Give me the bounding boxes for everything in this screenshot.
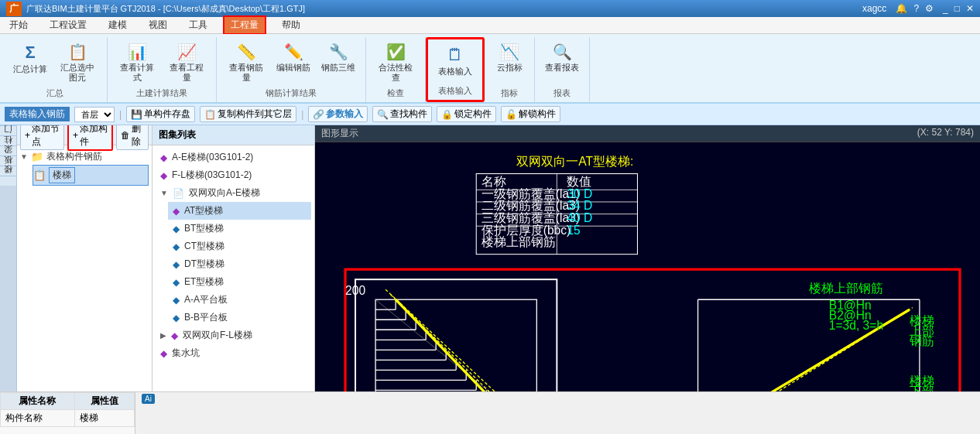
ribbon-btn-table-input[interactable]: 🗒 表格输入 [434, 43, 476, 79]
ribbon-btn-view-calc[interactable]: 📊 查看计算式 [114, 40, 160, 85]
svg-text:15: 15 [567, 224, 581, 237]
svg-text:钢筋: 钢筋 [909, 334, 934, 347]
menu-item-project-settings[interactable]: 工程设置 [43, 17, 93, 33]
find-component-btn[interactable]: 🔍 查找构件 [372, 106, 432, 122]
comp-label-dual-fl: 双网双向F-L楼梯 [183, 329, 252, 342]
sidebar-tab-lou[interactable]: 楼 [0, 176, 16, 186]
props-table-container: 属性名称 属性值 构件名称 楼梯 [0, 392, 135, 434]
ai-label: Ai [142, 394, 155, 404]
copy-component-btn[interactable]: 📋 复制构件到其它层 [200, 106, 296, 122]
svg-rect-0 [315, 143, 980, 391]
comp-expand-dual-ae[interactable]: ▼ [160, 189, 168, 197]
comp-item-dual-ae-stair[interactable]: ▼ 📄 双网双向A-E楼梯 [156, 184, 311, 202]
sidebar-tab-men[interactable]: 门 [0, 135, 16, 145]
comp-item-at-stair[interactable]: ◆ AT型楼梯 [168, 202, 311, 220]
edit-rebar-label: 编辑钢筋 [276, 63, 310, 73]
menu-item-quantity[interactable]: 工程量 [223, 15, 266, 35]
cloud-index-label: 云指标 [497, 63, 523, 73]
menu-item-view[interactable]: 视图 [142, 17, 173, 33]
ribbon-group-report-content: 🔍 查看报表 [541, 37, 583, 86]
ribbon-btn-summary-selected[interactable]: 📋 汇总选中图元 [54, 40, 101, 85]
comp-item-bt-stair[interactable]: ◆ BT型楼梯 [168, 220, 311, 238]
minimize-button[interactable]: _ [943, 3, 948, 14]
comp-item-bb-platform[interactable]: ◆ B-B平台板 [168, 309, 311, 326]
tree-node-staircase-icon: 📋 [33, 169, 46, 181]
tree-node-staircase[interactable]: 📋 楼梯 [33, 165, 149, 186]
drawing-canvas[interactable]: 双网双向一AT型楼梯: 名称 数值 一级钢筋覆盖(la1) 30 D 二 [315, 142, 980, 391]
comp-item-dual-fl-stair[interactable]: ▶ ◆ 双网双向F-L楼梯 [156, 326, 311, 344]
ribbon-group-check: ✅ 合法性检查 检查 [366, 37, 426, 102]
ribbon-group-summary-content: Σ 汇总计算 📋 汇总选中图元 [9, 37, 101, 86]
property-panel: 属性名称 属性值 构件名称 楼梯 Ai [0, 391, 980, 434]
ribbon-btn-rebar-3d[interactable]: 🔧 钢筋三维 [317, 40, 359, 75]
ribbon-group-label-check: 检查 [387, 86, 404, 101]
cloud-index-icon: 📉 [500, 43, 519, 61]
menu-item-tools[interactable]: 工具 [183, 17, 214, 33]
svg-text:二级钢筋覆盖(la3): 二级钢筋覆盖(la3) [481, 199, 580, 212]
comp-icon-et: ◆ [173, 277, 180, 288]
comp-label-fl: F-L楼梯(03G101-2) [172, 169, 252, 182]
svg-text:200: 200 [345, 284, 365, 297]
view-quantity-icon: 📈 [177, 43, 197, 61]
menu-item-help[interactable]: 帮助 [276, 17, 307, 33]
add-component-icon: + [73, 130, 78, 141]
comp-icon-dual-ae: 📄 [173, 188, 184, 199]
comp-icon-dt: ◆ [173, 259, 180, 270]
ribbon-btn-legal-check[interactable]: ✅ 合法性检查 [372, 40, 419, 85]
notify-icon[interactable]: 🔔 [896, 3, 907, 14]
sidebar-tab-mo[interactable]: 模 [0, 125, 16, 135]
comp-item-ae-stair[interactable]: ◆ A-E楼梯(03G101-2) [156, 149, 311, 166]
comp-item-ct-stair[interactable]: ◆ CT型楼梯 [168, 238, 311, 255]
ribbon-btn-edit-rebar[interactable]: ✏️ 编辑钢筋 [272, 40, 314, 75]
table-input-mode-label: 表格输入钢筋 [5, 107, 70, 121]
tree-area: ▼ 📁 表格构件钢筋 📋 楼梯 [17, 145, 152, 391]
comp-item-fl-stair[interactable]: ◆ F-L楼梯(03G101-2) [156, 166, 311, 184]
title-bar-controls: xagcc 🔔 ? ⚙ _ □ ✕ [862, 3, 974, 14]
menu-item-start[interactable]: 开始 [3, 17, 34, 33]
ribbon-btn-view-quantity[interactable]: 📈 查看工程量 [163, 40, 210, 85]
help-icon[interactable]: ? [913, 3, 919, 14]
comp-icon-ct: ◆ [173, 241, 180, 252]
maximize-button[interactable]: □ [954, 3, 960, 14]
prop-col-name: 属性名称 [1, 393, 75, 410]
settings-icon[interactable]: ⚙ [925, 3, 934, 14]
ribbon-btn-summary-calc[interactable]: Σ 汇总计算 [9, 40, 51, 77]
layer-select[interactable]: 首层 [74, 107, 115, 122]
unlock-icon: 🔓 [505, 109, 517, 120]
ribbon-btn-view-rebar[interactable]: 📏 查看钢筋量 [223, 40, 269, 85]
comp-label-at: AT型楼梯 [184, 204, 223, 217]
component-list-panel: 图集列表 ◆ A-E楼梯(03G101-2) ◆ F-L楼梯(03G101-2)… [152, 125, 315, 391]
comp-item-dt-stair[interactable]: ◆ DT型楼梯 [168, 255, 311, 273]
comp-icon-sump: ◆ [160, 348, 167, 359]
tree-folder-icon: 📁 [31, 151, 43, 162]
comp-item-aa-platform[interactable]: ◆ A-A平台板 [168, 291, 311, 309]
view-report-label: 查看报表 [545, 63, 579, 73]
comp-label-dual-ae: 双网双向A-E楼梯 [189, 186, 260, 200]
sidebar-tab-zhu[interactable]: 柱 [0, 145, 16, 155]
comp-item-sump[interactable]: ◆ 集水坑 [156, 344, 311, 362]
comp-expand-dual-fl[interactable]: ▶ [160, 331, 166, 340]
ribbon-group-label-civil: 土建计算结果 [136, 86, 187, 101]
unlock-component-btn[interactable]: 🔓 解锁构件 [501, 106, 560, 122]
sidebar-tab-liang[interactable]: 梁 [0, 155, 16, 166]
param-input-btn[interactable]: 🔗 参数输入 [308, 106, 368, 122]
ribbon-group-rebar: 📏 查看钢筋量 ✏️ 编辑钢筋 🔧 钢筋三维 钢筋计算结果 [217, 37, 366, 102]
ribbon-group-table-input: 🗒 表格输入 表格输入 [426, 37, 485, 102]
prop-col-value: 属性值 [74, 393, 134, 410]
ribbon-btn-view-report[interactable]: 🔍 查看报表 [541, 40, 583, 75]
sidebar-tab-ban[interactable]: 板 [0, 166, 16, 176]
comp-item-et-stair[interactable]: ◆ ET型楼梯 [168, 273, 311, 291]
prop-name-0: 构件名称 [1, 410, 75, 427]
comp-label-ae: A-E楼梯(03G101-2) [172, 151, 253, 164]
svg-text:下部: 下部 [910, 384, 934, 391]
ribbon-btn-cloud-index[interactable]: 📉 云指标 [491, 40, 528, 75]
content-area: 模 门 柱 梁 板 楼 + 添加节点 + 添加构件 🗑 删除 [0, 125, 980, 391]
save-component-btn[interactable]: 💾 单构件存盘 [126, 106, 195, 122]
close-button[interactable]: ✕ [966, 3, 974, 14]
tree-expand-root[interactable]: ▼ [20, 152, 28, 161]
ribbon-group-civil: 📊 查看计算式 📈 查看工程量 土建计算结果 [108, 37, 217, 102]
tree-node-root[interactable]: ▼ 📁 表格构件钢筋 [20, 149, 149, 165]
component-list: ◆ A-E楼梯(03G101-2) ◆ F-L楼梯(03G101-2) ▼ 📄 … [152, 145, 314, 391]
lock-component-btn[interactable]: 🔒 锁定构件 [437, 106, 496, 122]
menu-item-modeling[interactable]: 建模 [102, 17, 133, 33]
